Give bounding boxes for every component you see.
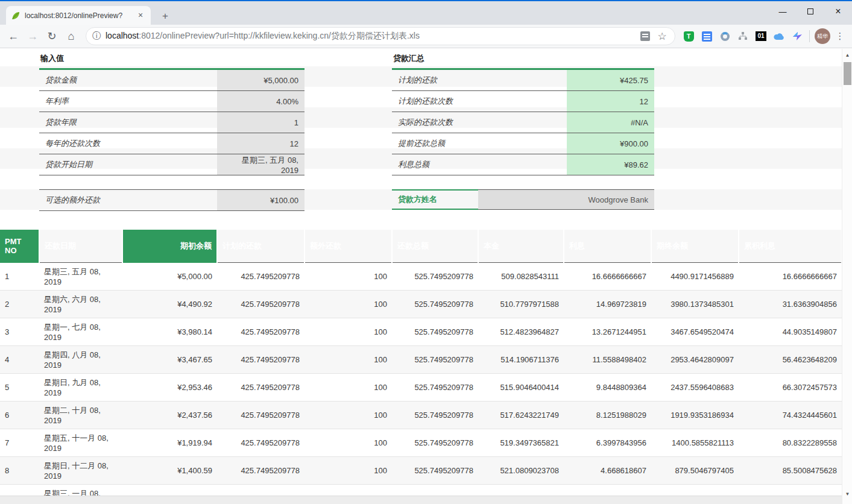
- schedule-cell: 525.7495209778: [392, 429, 478, 456]
- home-button[interactable]: ⌂: [63, 28, 80, 45]
- field-value: #N/A: [567, 112, 654, 133]
- schedule-cell: 56.4623648209: [739, 345, 842, 373]
- schedule-cell: 44.9035149807: [739, 318, 842, 345]
- schedule-cell: 100: [305, 373, 392, 401]
- profile-avatar[interactable]: 精华: [815, 28, 830, 44]
- lender-name-row: 贷款方姓名 Woodgrove Bank: [392, 189, 654, 210]
- column-header: PMT NO: [0, 230, 39, 262]
- form-row: 计划的还款¥425.75: [392, 70, 654, 91]
- browser-tab[interactable]: localhost:8012/onlinePreview? ×: [6, 6, 151, 25]
- bookmark-star-icon[interactable]: ☆: [655, 30, 669, 43]
- url-host: localhost: [106, 31, 139, 40]
- form-row: 年利率4.00%: [39, 91, 305, 112]
- schedule-cell: 66.3072457573: [739, 373, 842, 401]
- summary-rows: 计划的还款¥425.75计划的还款次数12实际的还款次数#N/A提前还款总额¥9…: [392, 70, 654, 175]
- form-row: 贷款年限1: [39, 112, 305, 133]
- schedule-cell: 4: [0, 345, 39, 373]
- ring-extension-icon[interactable]: [716, 28, 733, 45]
- schedule-cell: 31.6363904856: [739, 290, 842, 318]
- field-value: ¥5,000.00: [217, 70, 305, 90]
- page-info-icon[interactable]: ⓘ: [92, 31, 101, 42]
- schedule-cell: 425.7495209778: [217, 373, 305, 401]
- chrome-menu-icon[interactable]: ⋮: [833, 31, 847, 42]
- maximize-button[interactable]: [797, 2, 824, 20]
- column-header: 累积利息: [739, 230, 842, 262]
- extension-area: T 01: [679, 28, 847, 45]
- schedule-cell: 525.7495209778: [392, 456, 478, 484]
- schedule-cell: 11.5588498402: [564, 345, 651, 373]
- inputs-rows: 贷款金额¥5,000.00年利率4.00%贷款年限1每年的还款次数12贷款开始日…: [39, 70, 305, 175]
- schedule-cell: ¥3,980.14: [122, 318, 217, 345]
- schedule-cell: 星期五, 十一月 08, 2019: [39, 429, 122, 456]
- schedule-cell: 425.7495209778: [217, 429, 305, 456]
- form-row: 贷款开始日期星期三, 五月 08, 2019: [39, 154, 305, 175]
- browser-window: localhost:8012/onlinePreview? × + — × ← …: [0, 0, 852, 504]
- toolbar-separator: [809, 30, 810, 42]
- scroll-up-icon[interactable]: ▲: [842, 51, 852, 60]
- forward-button[interactable]: →: [24, 28, 41, 45]
- translate-extension-icon[interactable]: [698, 28, 715, 45]
- bird-extension-icon[interactable]: [789, 28, 806, 45]
- maximize-icon: [807, 8, 813, 14]
- cloud-extension-icon[interactable]: [771, 28, 787, 45]
- schedule-row: 8星期日, 十二月 08, 2019¥1,400.59425.749520977…: [0, 456, 842, 484]
- schedule-cell: 13.2671244951: [564, 318, 651, 345]
- schedule-cell: 519.3497365821: [478, 429, 564, 456]
- schedule-row: 7星期五, 十一月 08, 2019¥1,919.94425.749520977…: [0, 429, 842, 456]
- schedule-cell: 16.6666666667: [739, 262, 842, 290]
- schedule-cell: 515.9046400414: [478, 373, 564, 401]
- schedule-cell: 1919.9353186934: [651, 401, 739, 429]
- schedule-cell: 525.7495209778: [392, 373, 478, 401]
- schedule-cell: 425.7495209778: [217, 345, 305, 373]
- form-row: 计划的还款次数12: [392, 91, 654, 112]
- schedule-row: 3星期一, 七月 08, 2019¥3,980.14425.7495209778…: [0, 318, 842, 345]
- scrollbar-thumb[interactable]: [844, 62, 851, 85]
- back-button[interactable]: ←: [5, 28, 22, 45]
- schedule-cell: 74.4324445601: [739, 401, 842, 429]
- schedule-cell: 3467.6549520474: [651, 318, 739, 345]
- schedule-cell: 100: [305, 290, 392, 318]
- sitemap-extension-icon[interactable]: [734, 28, 751, 45]
- tab-close-icon[interactable]: ×: [135, 10, 146, 21]
- summary-section-title: 贷款汇总: [392, 51, 654, 70]
- schedule-cell: 425.7495209778: [217, 262, 305, 290]
- scroll-down-icon[interactable]: ▼: [842, 490, 852, 499]
- schedule-cell: 8.1251988029: [564, 401, 651, 429]
- reload-button[interactable]: ↻: [43, 28, 60, 45]
- form-row: 每年的还款次数12: [39, 133, 305, 154]
- schedule-cell: 4490.9171456889: [651, 262, 739, 290]
- address-bar[interactable]: ⓘ localhost:8012/onlinePreview?url=http:…: [86, 27, 675, 45]
- field-label: 贷款年限: [39, 112, 217, 133]
- lender-label: 贷款方姓名: [392, 189, 478, 210]
- form-row: 贷款金额¥5,000.00: [39, 70, 305, 91]
- field-value: 12: [217, 133, 305, 154]
- field-value: ¥100.00: [217, 190, 305, 210]
- field-label: 每年的还款次数: [39, 133, 217, 154]
- schedule-cell: 100: [305, 318, 392, 345]
- url-text: localhost:8012/onlinePreview?url=http://…: [106, 31, 635, 42]
- vertical-scrollbar[interactable]: ▲ ▼: [842, 49, 852, 504]
- minimize-button[interactable]: —: [769, 2, 797, 20]
- column-header: 计划的还款: [217, 230, 305, 262]
- schedule-cell: ¥1,400.59: [122, 456, 217, 484]
- field-label: 利息总额: [392, 154, 567, 175]
- 01-extension-icon[interactable]: 01: [753, 28, 769, 45]
- schedule-cell: 3: [0, 318, 39, 345]
- field-label: 年利率: [39, 91, 217, 112]
- close-button[interactable]: ×: [824, 2, 852, 20]
- inputs-section: 输入值 贷款金额¥5,000.00年利率4.00%贷款年限1每年的还款次数12贷…: [39, 51, 305, 175]
- schedule-cell: 100: [305, 429, 392, 456]
- schedule-cell: 14.969723819: [564, 290, 651, 318]
- column-header: 额外还款: [305, 230, 392, 262]
- schedule-cell: 星期一, 七月 08, 2019: [39, 318, 122, 345]
- column-header: 期终余额: [651, 230, 739, 262]
- schedule-cell: 525.7495209778: [392, 401, 478, 429]
- schedule-cell: 512.4823964827: [478, 318, 564, 345]
- new-tab-button[interactable]: +: [158, 9, 172, 24]
- tampermonkey-extension-icon[interactable]: T: [680, 28, 697, 45]
- field-value: 1: [217, 112, 305, 133]
- optional-extra-payment-row: 可选的额外还款 ¥100.00: [39, 189, 305, 211]
- translate-page-icon[interactable]: [639, 30, 652, 43]
- partial-next-row: [0, 496, 842, 504]
- schedule-cell: 2953.4642809097: [651, 345, 739, 373]
